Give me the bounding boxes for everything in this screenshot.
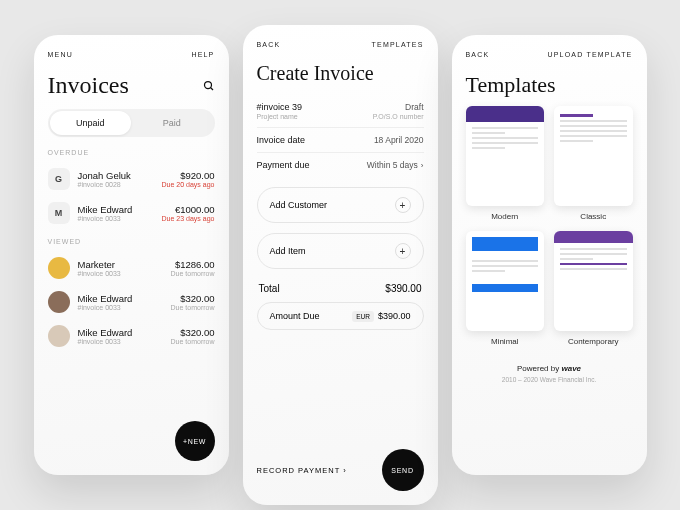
invoice-name: Mike Edward [78, 293, 171, 304]
chevron-right-icon: › [343, 466, 347, 475]
invoice-ref: #invoice 0028 [78, 181, 162, 188]
invoice-ref: #invoice 0033 [78, 215, 162, 222]
add-customer-label: Add Customer [270, 200, 328, 210]
add-item-button[interactable]: Add Item + [257, 233, 424, 269]
page-title: Invoices [48, 72, 129, 99]
template-card-classic[interactable]: Classic [554, 106, 633, 221]
avatar [48, 291, 70, 313]
topbar: BACK TEMPLATES [257, 41, 424, 48]
upload-template-button[interactable]: UPLOAD TEMPLATE [547, 51, 632, 58]
invoice-amount: $320.00 [171, 293, 215, 304]
segmented-control: Unpaid Paid [48, 109, 215, 137]
invoice-row[interactable]: G Jonah Geluk #invoice 0028 $920.00 Due … [48, 162, 215, 196]
invoice-row[interactable]: Marketer #invoice 0033 $1286.00 Due tomo… [48, 251, 215, 285]
topbar: BACK UPLOAD TEMPLATE [466, 51, 633, 58]
section-overdue-label: OVERDUE [48, 149, 215, 156]
invoice-due: Due tomorrow [171, 270, 215, 277]
invoice-ref: #invoice 0033 [78, 304, 171, 311]
amount-due-row: Amount Due EUR$390.00 [257, 302, 424, 330]
total-value: $390.00 [385, 283, 421, 294]
avatar [48, 325, 70, 347]
invoice-amount: $1286.00 [171, 259, 215, 270]
invoice-date-value: 18 April 2020 [374, 135, 424, 145]
search-icon[interactable] [203, 80, 215, 92]
back-button[interactable]: BACK [257, 41, 281, 48]
template-name: Minimal [466, 337, 545, 346]
invoice-amount: $920.00 [162, 170, 215, 181]
invoice-amount: €1000.00 [162, 204, 215, 215]
svg-line-1 [210, 87, 213, 90]
invoice-row[interactable]: Mike Edward #invoice 0033 $320.00 Due to… [48, 285, 215, 319]
invoice-due: Due 20 days ago [162, 181, 215, 188]
invoice-number-row[interactable]: #invoice 39 Project name Draft P.O/S.O n… [257, 95, 424, 128]
amount-due-label: Amount Due [270, 311, 320, 321]
back-button[interactable]: BACK [466, 51, 490, 58]
template-thumbnail [466, 106, 545, 206]
tab-unpaid[interactable]: Unpaid [50, 111, 132, 135]
template-name: Classic [554, 212, 633, 221]
page-title: Templates [466, 72, 633, 98]
invoice-number-label: #invoice 39 [257, 102, 303, 112]
avatar [48, 257, 70, 279]
template-name: Modern [466, 212, 545, 221]
add-item-label: Add Item [270, 246, 306, 256]
project-name-sub: Project name [257, 113, 303, 120]
template-thumbnail [554, 231, 633, 331]
help-button[interactable]: HELP [191, 51, 214, 58]
template-card-contemporary[interactable]: Contemporary [554, 231, 633, 346]
payment-due-value: Within 5 days [367, 160, 418, 170]
template-thumbnail [554, 106, 633, 206]
payment-due-row[interactable]: Payment due Within 5 days› [257, 153, 424, 177]
amount-due-value: $390.00 [378, 311, 411, 321]
new-invoice-button[interactable]: +NEW [175, 421, 215, 461]
menu-button[interactable]: MENU [48, 51, 73, 58]
screen-create-invoice: BACK TEMPLATES Create Invoice #invoice 3… [243, 25, 438, 505]
powered-by: Powered by wave [466, 364, 633, 373]
template-thumbnail [466, 231, 545, 331]
section-viewed-label: VIEWED [48, 238, 215, 245]
invoice-date-label: Invoice date [257, 135, 306, 145]
avatar: G [48, 168, 70, 190]
invoice-row[interactable]: M Mike Edward #invoice 0033 €1000.00 Due… [48, 196, 215, 230]
invoice-due: Due tomorrow [171, 338, 215, 345]
record-payment-button[interactable]: RECORD PAYMENT › [257, 466, 347, 475]
send-button[interactable]: SEND [382, 449, 424, 491]
tab-paid[interactable]: Paid [131, 111, 213, 135]
brand-logo: wave [561, 364, 581, 373]
plus-icon: + [395, 197, 411, 213]
invoice-name: Mike Edward [78, 204, 162, 215]
invoice-status: Draft [405, 102, 423, 112]
invoice-date-row[interactable]: Invoice date 18 April 2020 [257, 128, 424, 153]
chevron-right-icon: › [421, 161, 424, 170]
invoice-name: Jonah Geluk [78, 170, 162, 181]
currency-chip[interactable]: EUR [352, 311, 374, 322]
invoice-row[interactable]: Mike Edward #invoice 0033 $320.00 Due to… [48, 319, 215, 353]
po-so-sub: P.O/S.O number [373, 113, 424, 120]
avatar: M [48, 202, 70, 224]
template-card-minimal[interactable]: Minimal [466, 231, 545, 346]
template-name: Contemporary [554, 337, 633, 346]
invoice-ref: #invoice 0033 [78, 270, 171, 277]
total-row: Total $390.00 [257, 283, 424, 294]
screen-templates: BACK UPLOAD TEMPLATE Templates Modern Cl… [452, 35, 647, 475]
invoice-amount: $320.00 [171, 327, 215, 338]
invoice-due: Due 23 days ago [162, 215, 215, 222]
copyright: 2010 – 2020 Wave Financial Inc. [466, 376, 633, 383]
invoice-name: Mike Edward [78, 327, 171, 338]
payment-due-label: Payment due [257, 160, 310, 170]
templates-button[interactable]: TEMPLATES [372, 41, 424, 48]
page-title: Create Invoice [257, 62, 424, 85]
total-label: Total [259, 283, 280, 294]
plus-icon: + [395, 243, 411, 259]
template-card-modern[interactable]: Modern [466, 106, 545, 221]
invoice-ref: #invoice 0033 [78, 338, 171, 345]
screen-invoices: MENU HELP Invoices Unpaid Paid OVERDUE G… [34, 35, 229, 475]
topbar: MENU HELP [48, 51, 215, 58]
invoice-due: Due tomorrow [171, 304, 215, 311]
invoice-name: Marketer [78, 259, 171, 270]
svg-point-0 [204, 81, 211, 88]
add-customer-button[interactable]: Add Customer + [257, 187, 424, 223]
